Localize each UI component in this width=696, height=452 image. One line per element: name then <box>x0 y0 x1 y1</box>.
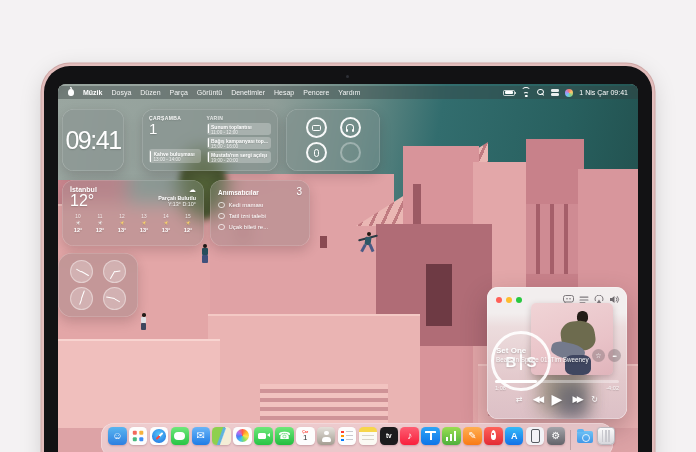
repeat-button[interactable]: ↻ <box>591 396 598 404</box>
menu-bar-clock[interactable]: 1 Nis Çar 09:41 <box>579 89 628 96</box>
calendar-event[interactable]: Bağış kampanyası top... 15:00 - 16:00 <box>207 137 271 149</box>
dock-icon-messages[interactable] <box>171 427 190 446</box>
dock-icon-contacts[interactable] <box>317 427 336 446</box>
dock-icon-maps[interactable] <box>212 427 231 446</box>
track-subtitle: Beats In Space 01: Tim Sweeney <box>496 356 596 363</box>
calendar-day-number: 1 <box>149 121 201 138</box>
progress-bar[interactable] <box>495 380 619 383</box>
calendar-widget[interactable]: ÇARŞAMBA 1 Kahve buluşması 13:00 - 14:00… <box>142 109 278 171</box>
menu-parca[interactable]: Parça <box>170 89 188 96</box>
dock-icon-keynote[interactable] <box>421 427 440 446</box>
sun-icon: ☀ <box>141 220 146 226</box>
menu-muzik[interactable]: Müzik <box>83 89 102 96</box>
minimize-button[interactable] <box>506 297 512 303</box>
dock-icon-safari[interactable] <box>150 427 169 446</box>
menu-pencere[interactable]: Pencere <box>303 89 329 96</box>
reminder-checkbox[interactable] <box>218 224 225 231</box>
analog-clock <box>70 287 93 310</box>
reminders-widget[interactable]: Anımsatıcılar 3 Kedi maması Tatil izni t… <box>210 180 310 246</box>
next-button[interactable]: ▶▶ <box>572 395 581 404</box>
music-mini-player-window: B S Set One Beats In Space 01: Tim Sween… <box>487 287 627 419</box>
dock-icon-downloads-folder[interactable] <box>576 427 595 446</box>
analog-clock <box>103 287 126 310</box>
menu-goruntu[interactable]: Görüntü <box>197 89 222 96</box>
reminder-item[interactable]: Uçak bileti re... <box>218 224 302 231</box>
reminder-item[interactable]: Tatil izni talebi <box>218 213 302 220</box>
dock-icon-appletv[interactable]: tv <box>380 427 399 446</box>
weather-high-low: Y:13° D:10° <box>168 201 196 207</box>
battery-icon[interactable] <box>503 90 515 96</box>
clock-widget[interactable]: 09:41 <box>62 109 124 171</box>
reminders-title: Anımsatıcılar <box>218 189 259 196</box>
weather-widget[interactable]: İstanbul 12° ☁ Parçalı Bulutlu Y:13° D:1… <box>62 180 204 246</box>
weather-temperature: 12° <box>70 193 97 210</box>
dock-icon-phone[interactable]: ☎ <box>275 427 294 446</box>
dock-icon-trash[interactable] <box>597 427 616 446</box>
analog-clock <box>70 260 93 283</box>
dock-icon-photos[interactable] <box>233 427 252 446</box>
reminders-count: 3 <box>296 186 302 197</box>
battery-ring-laptop <box>306 117 327 138</box>
dock-icon-music[interactable]: ♪ <box>400 427 419 446</box>
dock-icon-reminders[interactable] <box>338 427 357 446</box>
world-clock-widget[interactable] <box>58 253 138 317</box>
calendar-event[interactable]: Mustafa'nın sergi açılışı 19:00 - 20:00 <box>207 151 271 163</box>
laptop-icon <box>312 125 321 131</box>
zoom-button[interactable] <box>516 297 522 303</box>
reminder-item[interactable]: Kedi maması <box>218 202 302 209</box>
menu-bar: Müzik Dosya Düzen Parça Görüntü Denetiml… <box>58 86 638 99</box>
sun-icon: ☀ <box>163 220 168 226</box>
dock-icon-rocket[interactable] <box>484 427 503 446</box>
dock-icon-facetime[interactable] <box>254 427 273 446</box>
screen: Müzik Dosya Düzen Parça Görüntü Denetiml… <box>58 84 638 452</box>
dock-icon-iphone-mirroring[interactable] <box>526 427 545 446</box>
headphones-icon <box>346 124 354 131</box>
analog-clock <box>103 260 126 283</box>
battery-ring-headphones <box>340 117 361 138</box>
more-options-button[interactable]: ••• <box>608 349 621 362</box>
menu-dosya[interactable]: Dosya <box>111 89 131 96</box>
sun-icon: ☀ <box>185 220 190 226</box>
dock-icon-apps[interactable] <box>129 427 148 446</box>
partly-sunny-icon: ☀ <box>97 220 102 226</box>
dock-icon-settings[interactable]: ⚙ <box>547 427 566 446</box>
dock-icon-numbers[interactable] <box>442 427 461 446</box>
dock-icon-appstore[interactable]: A <box>505 427 524 446</box>
apple-menu-icon[interactable] <box>68 89 74 96</box>
favorite-star-button[interactable]: ☆ <box>592 349 605 362</box>
calendar-event[interactable]: Kahve buluşması 13:00 - 14:00 <box>149 149 201 163</box>
close-button[interactable] <box>496 297 502 303</box>
multicolor-status-icon[interactable] <box>565 89 573 97</box>
reminder-checkbox[interactable] <box>218 213 225 220</box>
wallpaper-doorway <box>426 264 452 326</box>
calendar-event[interactable]: Sunum toplantısı 11:00 - 12:00 <box>207 123 271 135</box>
control-center-icon[interactable] <box>551 89 559 95</box>
dock-separator <box>570 430 571 450</box>
menu-denetimler[interactable]: Denetimler <box>231 89 265 96</box>
menu-hesap[interactable]: Hesap <box>274 89 294 96</box>
wallpaper-person <box>142 313 146 317</box>
wifi-icon[interactable] <box>521 89 531 97</box>
previous-button[interactable]: ◀◀ <box>533 395 542 404</box>
ipad-device: Müzik Dosya Düzen Parça Görüntü Denetiml… <box>44 66 652 452</box>
dock-icon-finder[interactable]: ☺ <box>108 427 127 446</box>
dock-icon-pages[interactable]: ✎ <box>463 427 482 446</box>
mouse-icon <box>314 149 319 157</box>
play-button[interactable]: ▶ <box>552 392 563 406</box>
volume-icon[interactable] <box>609 295 620 304</box>
dock-icon-notes[interactable] <box>359 427 378 446</box>
dock-icon-mail[interactable]: ✉ <box>192 427 211 446</box>
shuffle-button[interactable]: ⇄ <box>516 396 523 404</box>
elapsed-time: 1:08 <box>495 385 506 391</box>
batteries-widget[interactable] <box>286 109 380 171</box>
menu-yardim[interactable]: Yardım <box>338 89 360 96</box>
partly-sunny-icon: ☀ <box>75 220 80 226</box>
clock-widget-time: 09:41 <box>65 126 120 155</box>
dock-icon-calendar[interactable]: Çar1 <box>296 427 315 446</box>
track-title: Set One <box>496 346 526 355</box>
search-icon[interactable] <box>537 89 545 97</box>
battery-ring-empty <box>340 142 361 163</box>
menu-duzen[interactable]: Düzen <box>140 89 160 96</box>
sun-icon: ☀ <box>119 220 124 226</box>
reminder-checkbox[interactable] <box>218 202 225 209</box>
